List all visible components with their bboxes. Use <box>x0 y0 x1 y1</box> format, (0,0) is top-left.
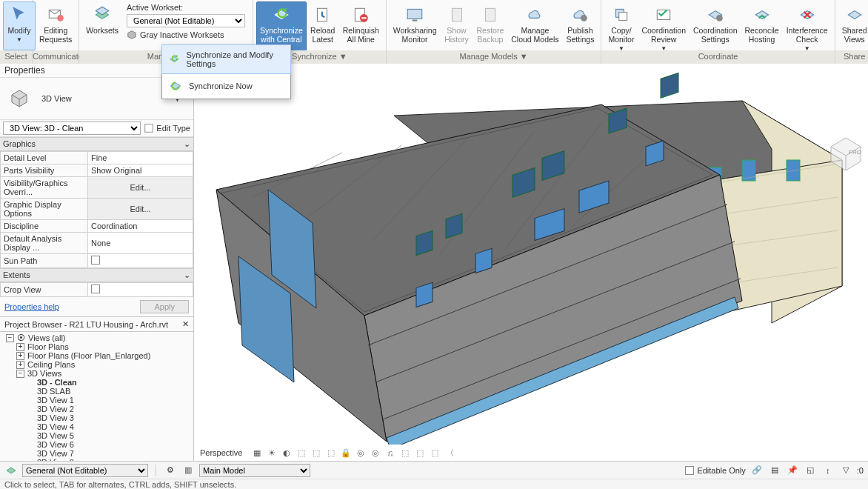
view-mode-label[interactable]: Perspective <box>200 448 242 457</box>
crop-region-icon[interactable]: ⬚ <box>325 447 337 459</box>
tree-leaf[interactable]: 3D View 4 <box>3 422 193 431</box>
edit-type-label: Edit Type <box>156 124 190 133</box>
manage-cloud-button[interactable]: Manage Cloud Models <box>507 1 562 50</box>
viewport[interactable]: FRO Perspective ▦ ☀ ◐ ⬚ ⬚ ⬚ 🔒 ◎ ◎ ⎌ ⬚ ⬚ … <box>194 64 868 461</box>
restore-icon <box>479 4 501 26</box>
svg-rect-14 <box>145 124 153 133</box>
workset-icon[interactable] <box>4 464 18 477</box>
worksets-button[interactable]: Worksets <box>82 1 122 50</box>
tree-item[interactable]: +Floor Plans (Floor Plan_Enlarged) <box>3 351 193 360</box>
analytical-icon[interactable]: ⬚ <box>414 447 426 459</box>
status-model-select[interactable]: Main Model <box>199 464 310 477</box>
publish-settings-button[interactable]: Publish Settings <box>562 1 598 50</box>
ribbon: Modify ▼ Select Editing Requests Communi… <box>0 0 868 64</box>
prop-checkbox[interactable] <box>88 283 193 297</box>
status-workset-select[interactable]: General (Not Editable) <box>22 464 148 477</box>
properties-help-link[interactable]: Properties help <box>0 299 64 314</box>
coord-review-button[interactable]: Coordination Review ▼ <box>638 1 690 54</box>
tree-root[interactable]: − ⦿ Views (all) <box>3 333 193 342</box>
tree-label: 3D View 1 <box>37 396 74 405</box>
prop-row: Visibility/Graphics Overri...Edit... <box>1 177 193 199</box>
tree-leaf-active[interactable]: 3D - Clean <box>3 378 193 387</box>
edit-button[interactable]: Edit... <box>88 199 193 220</box>
close-icon[interactable]: ✕ <box>182 319 189 329</box>
restore-backup-button[interactable]: Restore Backup <box>473 1 508 50</box>
tree-leaf[interactable]: 3D View 2 <box>3 405 193 413</box>
visual-style-icon[interactable]: ▦ <box>251 447 263 459</box>
sync-now-item[interactable]: Synchronize Now <box>162 73 290 99</box>
editing-requests-button[interactable]: Editing Requests <box>36 1 76 50</box>
modify-button[interactable]: Modify ▼ <box>3 1 36 50</box>
project-browser-title: Project Browser - R21 LTU Housing - Arch… <box>0 316 193 332</box>
tree-leaf[interactable]: 3D View 5 <box>3 431 193 440</box>
gray-inactive-worksets[interactable]: Gray Inactive Worksets <box>127 30 245 40</box>
tree-item[interactable]: −3D Views <box>3 369 193 378</box>
prop-value[interactable]: None <box>88 233 193 254</box>
worksharing-display-icon[interactable]: ⬚ <box>399 447 411 459</box>
reconcile-button[interactable]: Reconcile Hosting <box>741 1 783 54</box>
worksets-label: Worksets <box>86 26 118 35</box>
select-face-icon[interactable]: ◱ <box>804 464 817 477</box>
edit-button[interactable]: Edit... <box>88 177 193 199</box>
group-coord: Coordinate <box>601 50 834 64</box>
editable-only-toggle[interactable]: Editable Only <box>685 466 745 475</box>
view3d-icon <box>7 87 31 110</box>
select-underlay-icon[interactable]: ▤ <box>768 464 781 477</box>
select-pinned-icon[interactable]: 📌 <box>786 464 799 477</box>
reload-latest-button[interactable]: Reload Latest <box>307 1 339 54</box>
render-icon[interactable]: ⬚ <box>296 447 307 459</box>
prop-value[interactable]: Fine <box>88 152 193 164</box>
tree-label: 3D View 4 <box>37 422 74 431</box>
viewcube[interactable]: FRO <box>824 130 868 175</box>
tree-leaf[interactable]: 3D SLAB <box>3 387 193 396</box>
drag-icon[interactable]: ↕ <box>821 464 835 477</box>
copy-monitor-icon <box>610 4 632 26</box>
view-instance-select[interactable]: 3D View: 3D - Clean <box>3 122 141 135</box>
prop-checkbox[interactable] <box>88 254 193 268</box>
prop-row: Detail LevelFine <box>1 152 193 164</box>
render-settings-icon[interactable]: ⚙ <box>164 464 177 477</box>
edit-type-button[interactable]: Edit Type <box>144 123 190 133</box>
tree-leaf[interactable]: 3D View 1 <box>3 396 193 405</box>
sun-icon[interactable]: ☀ <box>266 447 278 459</box>
prop-name: Parts Visibility <box>1 164 88 177</box>
shared-views-button[interactable]: Shared Views <box>838 1 868 50</box>
show-history-button[interactable]: Show History <box>441 1 473 50</box>
svg-rect-25 <box>787 160 800 181</box>
tree-leaf[interactable]: 3D View 7 <box>3 449 193 458</box>
lock-icon[interactable]: 🔒 <box>340 447 352 459</box>
worksharing-monitor-button[interactable]: Worksharing Monitor <box>390 1 441 50</box>
svg-rect-11 <box>619 13 627 21</box>
relinquish-button[interactable]: Relinquish All Mine <box>339 1 383 54</box>
reveal-icon[interactable]: ◎ <box>370 447 381 459</box>
shadow-icon[interactable]: ◐ <box>281 447 293 459</box>
active-workset-label: Active Workset: <box>127 3 183 12</box>
tree-leaf[interactable]: 3D View 6 <box>3 440 193 449</box>
tree-label: 3D View 3 <box>37 413 74 422</box>
prop-value[interactable]: Coordination <box>88 220 193 233</box>
sync-modify-settings-item[interactable]: Synchronize and Modify Settings <box>161 44 291 74</box>
tree-item[interactable]: +Ceiling Plans <box>3 360 193 369</box>
filter-icon[interactable]: ▽ <box>839 464 852 477</box>
prop-value[interactable]: Show Original <box>88 164 193 177</box>
properties-table: Detail LevelFine Parts VisibilityShow Or… <box>0 151 193 268</box>
apply-button[interactable]: Apply <box>140 300 189 313</box>
constraints-icon[interactable]: ⎌ <box>384 447 396 459</box>
select-links-icon[interactable]: 🔗 <box>750 464 764 477</box>
tree-item[interactable]: +Floor Plans <box>3 342 193 351</box>
copy-monitor-button[interactable]: Copy/ Monitor ▼ <box>604 1 638 54</box>
cube-gray-icon <box>127 30 137 40</box>
design-options-icon[interactable]: ▥ <box>181 464 195 477</box>
active-workset-select[interactable]: General (Not Editable) <box>127 14 245 27</box>
tree-leaf[interactable]: 3D View 3 <box>3 413 193 422</box>
sel-count: :0 <box>857 466 864 475</box>
temp-hide-icon[interactable]: ◎ <box>355 447 367 459</box>
coord-settings-button[interactable]: Coordination Settings <box>690 1 741 54</box>
ws-monitor-label: Worksharing Monitor <box>393 26 437 44</box>
highlight-icon[interactable]: ⬚ <box>429 447 441 459</box>
expand-icon[interactable]: ⌄ <box>184 139 190 149</box>
expand-icon[interactable]: ⌄ <box>184 270 190 280</box>
crop-icon[interactable]: ⬚ <box>310 447 322 459</box>
interference-button[interactable]: Interference Check ▼ <box>783 1 832 54</box>
relinquish-label: Relinquish All Mine <box>343 26 379 44</box>
